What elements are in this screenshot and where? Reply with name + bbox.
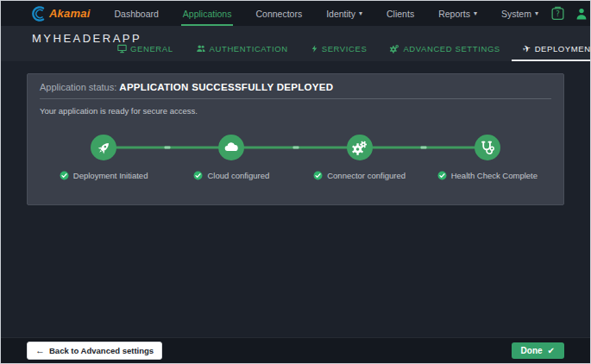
step-circle	[91, 135, 116, 160]
chevron-down-icon: ▾	[474, 9, 477, 17]
nav-connectors[interactable]: Connectors	[243, 1, 314, 26]
back-to-advanced-settings-button[interactable]: ← Back to Advanced settings	[27, 342, 162, 360]
check-icon: ✔	[548, 346, 555, 355]
timeline-steps	[40, 135, 551, 160]
step-connector-configured	[296, 135, 424, 160]
svg-text:?: ?	[556, 9, 560, 18]
nav-system[interactable]: System▾	[489, 1, 550, 26]
akamai-logo-icon	[32, 6, 47, 22]
deployment-timeline	[40, 135, 551, 160]
topbar-right-controls: ? Trial	[550, 6, 591, 21]
step-circle	[347, 135, 373, 160]
tab-authentication[interactable]: AUTHENTICATION	[185, 43, 299, 61]
timeline-labels: Deployment Initiated Cloud configured Co…	[40, 171, 551, 180]
nav-identity[interactable]: Identity▾	[314, 1, 374, 26]
deployment-content: Application status:APPLICATION SUCCESSFU…	[1, 61, 590, 205]
bolt-icon	[311, 44, 318, 53]
check-badge-icon	[313, 171, 323, 180]
nav-reports[interactable]: Reports▾	[426, 1, 489, 26]
tab-services[interactable]: SERVICES	[299, 43, 379, 61]
top-navigation-bar: Akamai Dashboard Applications Connectors…	[1, 1, 590, 26]
brand-name: Akamai	[49, 7, 90, 20]
rocket-icon	[97, 141, 111, 155]
step-label-health-check: Health Check Complete	[424, 171, 551, 180]
status-subtitle: Your application is ready for secure acc…	[40, 106, 551, 116]
step-circle	[218, 135, 244, 160]
status-label: Application status:	[40, 82, 116, 92]
cloud-icon	[223, 140, 239, 155]
gears-icon	[352, 141, 367, 155]
app-header: MYHEADERAPP GENERAL AUTHENTICATION	[1, 26, 590, 61]
step-health-check	[424, 135, 551, 160]
gears-icon	[389, 44, 399, 53]
stethoscope-icon	[480, 141, 494, 155]
chevron-down-icon: ▾	[359, 9, 362, 17]
monitor-icon	[117, 44, 127, 53]
tab-general[interactable]: GENERAL	[106, 43, 185, 61]
plane-icon: ✈	[521, 42, 532, 55]
nav-applications[interactable]: Applications	[171, 1, 244, 26]
chevron-down-icon: ▾	[535, 9, 538, 17]
user-icon[interactable]	[575, 7, 588, 21]
step-label-connector-configured: Connector configured	[296, 171, 424, 180]
panel-divider	[40, 98, 551, 99]
deployment-status-panel: Application status:APPLICATION SUCCESSFU…	[27, 73, 564, 205]
application-status-header: Application status:APPLICATION SUCCESSFU…	[40, 74, 551, 92]
help-icon[interactable]: ?	[550, 6, 565, 21]
step-cloud-configured	[167, 135, 295, 160]
main-nav: Dashboard Applications Connectors Identi…	[102, 1, 550, 26]
step-circle	[475, 135, 500, 160]
done-button[interactable]: Done ✔	[512, 342, 564, 359]
footer-action-bar: ← Back to Advanced settings Done ✔	[1, 337, 590, 363]
check-badge-icon	[437, 171, 447, 180]
users-icon	[196, 44, 206, 53]
nav-clients[interactable]: Clients	[374, 1, 426, 26]
app-tabs: GENERAL AUTHENTICATION SERVICES	[106, 43, 591, 61]
check-badge-icon	[193, 171, 203, 180]
tab-deployment[interactable]: ✈ DEPLOYMENT	[512, 43, 591, 61]
tab-advanced-settings[interactable]: ADVANCED SETTINGS	[378, 43, 511, 61]
akamai-eaa-window: Akamai Dashboard Applications Connectors…	[0, 0, 591, 364]
nav-dashboard[interactable]: Dashboard	[102, 1, 170, 26]
step-label-cloud-configured: Cloud configured	[167, 171, 295, 180]
arrow-left-icon: ←	[35, 346, 45, 355]
status-value: APPLICATION SUCCESSFULLY DEPLOYED	[119, 82, 333, 92]
step-label-deployment-initiated: Deployment Initiated	[40, 171, 167, 180]
akamai-logo[interactable]: Akamai	[32, 6, 90, 22]
check-badge-icon	[60, 171, 69, 180]
step-deployment-initiated	[40, 135, 167, 160]
